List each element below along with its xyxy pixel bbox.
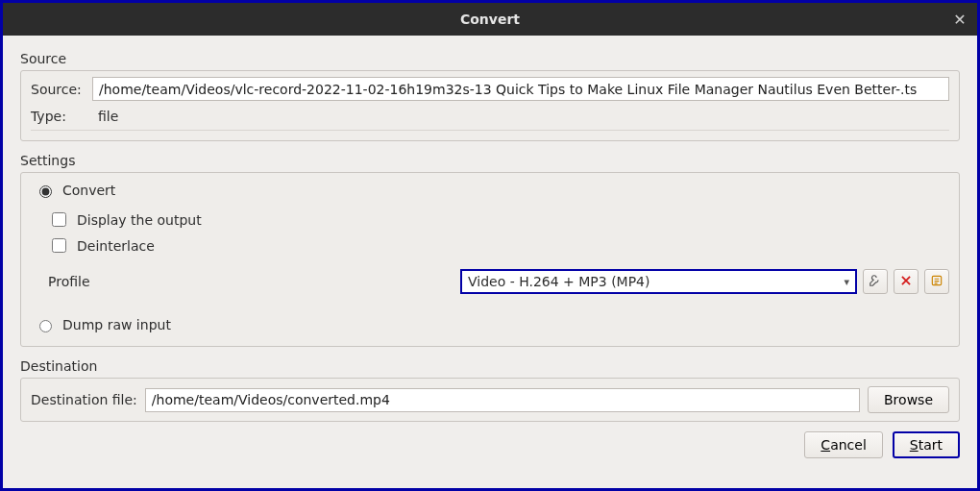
dialog-footer: Cancel Start — [20, 431, 960, 458]
destination-input[interactable] — [145, 388, 860, 412]
dump-radio[interactable]: Dump raw input — [35, 317, 949, 332]
browse-button[interactable]: Browse — [868, 386, 949, 413]
delete-x-icon — [899, 274, 913, 290]
profile-label: Profile — [48, 274, 104, 289]
delete-profile-button[interactable] — [894, 269, 919, 294]
deinterlace-check[interactable]: Deinterlace — [48, 235, 949, 256]
wrench-icon — [869, 274, 882, 290]
browse-button-label: Browse — [884, 392, 933, 407]
display-output-label: Display the output — [77, 212, 202, 228]
chevron-down-icon: ▾ — [844, 276, 849, 288]
dialog-content: Source Source: Type: file Settings Conve… — [3, 36, 977, 470]
source-input[interactable] — [92, 77, 949, 101]
source-label: Source: — [31, 82, 85, 97]
start-button-label: Start — [910, 437, 943, 453]
destination-panel: Destination file: Browse — [20, 378, 960, 422]
convert-radio[interactable]: Convert — [35, 183, 949, 198]
titlebar[interactable]: Convert ✕ — [3, 3, 977, 36]
destination-section-label: Destination — [20, 358, 960, 374]
cancel-button[interactable]: Cancel — [804, 431, 882, 458]
type-value: file — [98, 109, 118, 124]
dump-radio-input[interactable] — [39, 320, 52, 332]
destination-label: Destination file: — [31, 392, 137, 407]
deinterlace-label: Deinterlace — [77, 238, 155, 254]
cancel-button-label: Cancel — [821, 437, 866, 453]
edit-profile-button[interactable] — [863, 269, 888, 294]
profile-select-value: Video - H.264 + MP3 (MP4) — [468, 274, 650, 289]
settings-panel: Convert Display the output Deinterlace P… — [20, 172, 960, 347]
window-title: Convert — [460, 12, 520, 27]
new-profile-icon — [930, 274, 943, 290]
profile-select[interactable]: Video - H.264 + MP3 (MP4) ▾ — [460, 269, 857, 294]
new-profile-button[interactable] — [924, 269, 949, 294]
display-output-check-input[interactable] — [52, 212, 66, 227]
source-section-label: Source — [20, 51, 960, 66]
type-label: Type: — [31, 109, 85, 124]
close-icon[interactable]: ✕ — [950, 10, 969, 29]
source-panel: Source: Type: file — [20, 70, 960, 141]
settings-section-label: Settings — [20, 153, 960, 168]
start-button[interactable]: Start — [893, 431, 960, 458]
convert-radio-input[interactable] — [39, 185, 52, 198]
deinterlace-check-input[interactable] — [52, 238, 66, 253]
convert-radio-label: Convert — [62, 183, 115, 198]
dump-radio-label: Dump raw input — [62, 317, 171, 332]
display-output-check[interactable]: Display the output — [48, 209, 949, 230]
